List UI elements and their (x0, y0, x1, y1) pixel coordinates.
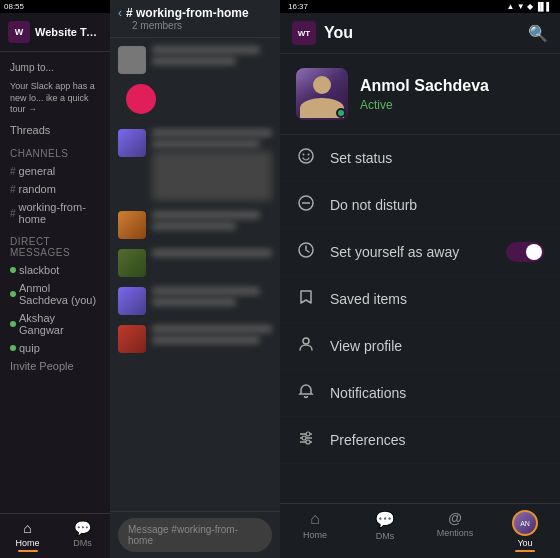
svg-point-0 (299, 149, 313, 163)
svg-point-11 (302, 436, 306, 440)
right-nav-home[interactable]: ⌂ Home (280, 504, 350, 558)
dm-slackbot[interactable]: slackbot (0, 261, 110, 279)
channel-random[interactable]: # random (0, 180, 110, 198)
blurred-text (152, 249, 272, 257)
chat-bubble (152, 249, 272, 260)
saved-items-item[interactable]: Saved items (280, 276, 560, 323)
workspace-badge: W (8, 21, 30, 43)
set-status-label: Set status (330, 150, 544, 166)
jump-to[interactable]: Jump to... (0, 58, 110, 77)
right-header: WT You 🔍 (280, 13, 560, 54)
view-profile-icon (296, 336, 316, 356)
dm-anmol[interactable]: Anmol Sachdeva (you) (0, 279, 110, 309)
left-sidebar: 08:55 W Website Team Jump to... Your Sla… (0, 0, 110, 558)
blurred-text (152, 298, 236, 306)
active-underline (515, 550, 535, 552)
right-panel-you: 16:37 ▲ ▼ ◆ ▐▌▌ WT You 🔍 Anmol Sachdeva … (280, 0, 560, 558)
chat-bubble (152, 46, 272, 68)
red-reaction (126, 84, 156, 114)
avatar (118, 211, 146, 239)
dnd-item[interactable]: Do not disturb (280, 182, 560, 229)
set-status-item[interactable]: Set status (280, 135, 560, 182)
blurred-text (152, 46, 260, 54)
profile-info: Anmol Sachdeva Active (360, 77, 489, 112)
dms-icon: 💬 (74, 520, 91, 536)
dm-akshay[interactable]: Akshay Gangwar (0, 309, 110, 339)
reaction-area (118, 84, 272, 119)
right-status-icons: ▲ ▼ ◆ ▐▌▌ (506, 2, 552, 11)
away-icon (296, 242, 316, 262)
avatar (118, 129, 146, 157)
left-status-bar: 08:55 (0, 0, 110, 13)
invite-people[interactable]: Invite People (0, 357, 110, 375)
notification-banner: Your Slack app has a new lo... ike a qui… (0, 77, 110, 120)
emoji-icon (296, 148, 316, 168)
dnd-icon (296, 195, 316, 215)
back-button[interactable]: ‹ (118, 6, 122, 20)
avatar (118, 46, 146, 74)
blurred-text (152, 222, 236, 230)
away-toggle[interactable] (506, 242, 544, 262)
chat-message (118, 211, 272, 239)
members-count: 2 members (118, 20, 272, 31)
nav-dms-label: DMs (376, 531, 395, 541)
nav-you-label: You (517, 538, 532, 548)
right-bottom-nav: ⌂ Home 💬 DMs @ Mentions AN You (280, 503, 560, 558)
channel-working-from-home[interactable]: # working-from-home (0, 198, 110, 228)
search-icon[interactable]: 🔍 (528, 24, 548, 43)
dms-icon: 💬 (375, 510, 395, 529)
saved-icon (296, 289, 316, 309)
input-placeholder: Message #working-from-home (128, 524, 262, 546)
preferences-item[interactable]: Preferences (280, 417, 560, 464)
chat-bubble (152, 129, 272, 201)
chat-bubble (152, 287, 272, 309)
channels-label: Channels (0, 140, 110, 162)
blurred-text (152, 129, 272, 137)
avatar (118, 249, 146, 277)
away-label: Set yourself as away (330, 244, 492, 260)
right-nav-you[interactable]: AN You (490, 504, 560, 558)
blurred-text (152, 57, 236, 65)
away-item[interactable]: Set yourself as away (280, 229, 560, 276)
mentions-icon: @ (448, 510, 462, 526)
notifications-item[interactable]: Notifications (280, 370, 560, 417)
workspace-name: Website Team (35, 26, 102, 38)
dm-quip[interactable]: quip (0, 339, 110, 357)
header-left: WT You (292, 21, 353, 45)
chat-bubble (152, 325, 272, 347)
blurred-text (152, 287, 260, 295)
left-bottom-nav: ⌂ Home 💬 DMs (0, 513, 110, 558)
profile-name: Anmol Sachdeva (360, 77, 489, 95)
chat-bubble (152, 211, 272, 233)
nav-dms[interactable]: 💬 DMs (55, 514, 110, 558)
avatar (118, 325, 146, 353)
channel-general[interactable]: # general (0, 162, 110, 180)
notifications-icon (296, 383, 316, 403)
messages-list (110, 38, 280, 511)
saved-items-label: Saved items (330, 291, 544, 307)
chat-message (118, 129, 272, 201)
home-icon: ⌂ (310, 510, 320, 528)
message-input[interactable]: Message #working-from-home (118, 518, 272, 552)
chat-header-top: ‹ # working-from-home (118, 6, 272, 20)
nav-home[interactable]: ⌂ Home (0, 514, 55, 558)
right-nav-mentions[interactable]: @ Mentions (420, 504, 490, 558)
blurred-text (152, 140, 260, 148)
blurred-text (152, 336, 260, 344)
profile-menu: Set status Do not disturb Set yourself a… (280, 135, 560, 503)
view-profile-item[interactable]: View profile (280, 323, 560, 370)
threads-item[interactable]: Threads (0, 120, 110, 140)
message-input-area: Message #working-from-home (110, 511, 280, 558)
blurred-text (152, 211, 260, 219)
chat-header: ‹ # working-from-home 2 members (110, 0, 280, 38)
nav-dms-label: DMs (73, 538, 92, 548)
you-avatar: AN (512, 510, 538, 536)
preferences-label: Preferences (330, 432, 544, 448)
svg-point-1 (303, 154, 305, 156)
notifications-label: Notifications (330, 385, 544, 401)
active-status-dot (336, 108, 346, 118)
toggle-knob (526, 244, 542, 260)
right-nav-dms[interactable]: 💬 DMs (350, 504, 420, 558)
chat-message (118, 325, 272, 353)
chat-message (118, 287, 272, 315)
